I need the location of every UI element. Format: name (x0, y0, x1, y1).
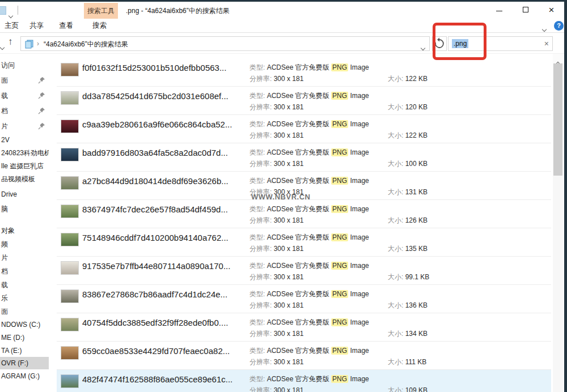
scrollbar-thumb[interactable] (553, 63, 562, 176)
sidebar-item[interactable]: 面 (0, 305, 49, 318)
file-thumbnail (61, 375, 78, 387)
file-row[interactable]: c9aa39eb280616a9f6e066c864cba52... 类型: A… (57, 115, 551, 143)
sidebar-item[interactable]: AGRAM (G:) (0, 370, 49, 382)
sidebar-item[interactable]: 频 (0, 238, 49, 250)
file-thumbnail (61, 290, 78, 302)
search-input[interactable]: .png × (448, 36, 553, 51)
sidebar-item[interactable]: NDOWS (C:) (0, 318, 49, 331)
folder-icon (0, 6, 6, 15)
watermark-text: WWW.NBVR.CN (251, 193, 310, 201)
file-row[interactable]: dd3a785425d41d675bc2d031e608ef... 类型: AC… (57, 87, 551, 115)
minimize-icon (496, 11, 502, 11)
type-suffix: Image (350, 148, 369, 156)
type-label: 类型: (249, 63, 267, 71)
sidebar-item[interactable]: 档 (0, 265, 49, 278)
recent-locations-chevron-icon[interactable] (1, 41, 4, 52)
size-label: 大小: (388, 273, 405, 281)
breadcrumb-chevron-icon: › (37, 40, 39, 48)
ribbon-tab-bar: 主页 共享 查看 搜索 ? (0, 19, 567, 33)
type-value: ACDSee 官方免费版 (267, 63, 331, 71)
window-title: .png - “4a624ai6xb6”中的搜索结果 (126, 6, 230, 16)
size-value: 122 KB (405, 131, 428, 139)
file-thumbnail (61, 205, 78, 218)
size-value: 111 KB (405, 358, 427, 366)
sidebar-item[interactable]: TA (E:) (0, 344, 49, 357)
close-button[interactable]: × (539, 2, 564, 19)
tab-search[interactable]: 搜索 (92, 19, 107, 33)
resolution-value: 300 x 181 (274, 245, 304, 253)
sidebar-item[interactable]: 片 (0, 120, 49, 133)
sidebar-item-label: lle 盗摄巨乳店 (0, 162, 44, 170)
sidebar-item-label: AGRAM (G:) (0, 372, 40, 380)
resolution-value: 300 x 181 (274, 386, 304, 392)
help-icon[interactable]: ? (554, 21, 564, 31)
breadcrumb-path[interactable]: “4a624ai6xb6”中的搜索结果 (44, 40, 128, 49)
explorer-window: 搜索工具 .png - “4a624ai6xb6”中的搜索结果 × 主页 共享 … (0, 0, 567, 392)
file-row[interactable]: 659cc0ae8533e4429fd707feaec0a82... 类型: A… (57, 342, 551, 370)
clear-search-icon[interactable]: × (544, 39, 549, 48)
minimize-button[interactable] (486, 2, 512, 19)
sidebar-item-label: 档 (0, 267, 8, 275)
sidebar-item[interactable]: lle 盗摄巨乳店 (0, 160, 49, 172)
refresh-button[interactable] (432, 36, 447, 51)
size-value: 126 KB (405, 216, 428, 224)
sidebar-item[interactable]: 240823科劲电机 (0, 147, 49, 159)
resolution-value: 300 x 181 (274, 273, 304, 281)
sidebar-item[interactable]: 片 (0, 252, 49, 264)
sidebar-item[interactable]: 2V (0, 134, 49, 146)
sidebar-item[interactable]: 脑 (0, 203, 49, 215)
sidebar-item[interactable]: 品视频模板 (0, 173, 49, 185)
address-dropdown-chevron-icon[interactable] (421, 42, 425, 52)
screen-edge-top (0, 0, 567, 2)
file-thumbnail (61, 318, 78, 331)
sidebar-item-label: 品视频模板 (0, 175, 35, 183)
up-one-level-button[interactable]: ↑ (8, 36, 13, 48)
file-thumbnail (61, 233, 78, 246)
type-label: 类型: (249, 233, 267, 241)
sidebar-item[interactable]: 对象 (0, 224, 49, 237)
file-row[interactable]: badd97916d803a64fa5c8a2dac0d7d... 类型: AC… (57, 143, 551, 172)
size-value: 99.1 KB (405, 273, 430, 281)
sidebar-item[interactable]: 档 (0, 105, 49, 117)
search-input-value[interactable]: .png (452, 39, 468, 48)
type-value: ACDSee 官方免费版 (267, 347, 331, 355)
maximize-button[interactable] (513, 2, 538, 19)
type-label: 类型: (249, 262, 267, 270)
resolution-label: 分辨率: (249, 103, 274, 111)
file-row[interactable]: 40754f5ddc3885edf32f9ff28ede0fb0.... 类型:… (57, 313, 551, 342)
type-label: 类型: (249, 375, 267, 383)
type-suffix: Image (350, 63, 369, 71)
address-bar[interactable]: › “4a624ai6xb6”中的搜索结果 (20, 36, 430, 51)
resolution-value: 300 x 181 (274, 216, 304, 224)
vertical-scrollbar[interactable] (553, 54, 563, 392)
tab-home[interactable]: 主页 (5, 19, 19, 33)
size-label: 大小: (388, 386, 405, 392)
file-row[interactable]: 482f47474f162588f86ae055ce89e61c... 类型: … (57, 370, 551, 392)
expand-ribbon-chevron-icon[interactable] (543, 23, 546, 33)
type-highlight: PNG (331, 290, 348, 298)
sidebar-item[interactable]: 乐 (0, 292, 49, 304)
sidebar-item[interactable]: ME (D:) (0, 331, 49, 344)
toolbar-divider (18, 6, 18, 15)
sidebar-item[interactable]: Drive (0, 188, 49, 201)
sidebar-item-label: 脑 (0, 205, 8, 213)
sidebar-item[interactable]: 访问 (0, 59, 49, 71)
sidebar-item[interactable]: 面 (0, 74, 49, 87)
sidebar-item-label: NDOWS (C:) (0, 321, 40, 329)
file-row[interactable]: 83674974fc7dec26e57f8ad54df459d... 类型: A… (57, 200, 551, 228)
tab-share[interactable]: 共享 (29, 19, 44, 33)
search-tools-contextual-tab[interactable]: 搜索工具 (84, 3, 118, 19)
scroll-up-icon[interactable] (553, 54, 563, 63)
sidebar-item[interactable]: OVR (F:) (0, 357, 49, 369)
sidebar-item[interactable]: 载 (0, 279, 49, 291)
file-row[interactable]: 75148946cddf7d410200b94140a762... 类型: AC… (57, 228, 551, 257)
maximize-icon (523, 7, 528, 12)
file-row[interactable]: 917535e7b7ffb44e807114a0890a170... 类型: A… (57, 257, 551, 285)
file-name: dd3a785425d41d675bc2d031e608ef... (82, 91, 229, 101)
tab-view[interactable]: 查看 (59, 19, 73, 33)
file-row[interactable]: f0f01632f15d253001b510defbb0563... 类型: A… (57, 58, 551, 87)
file-row[interactable]: 83867e27868c7b86aadf7c4d1dc24e... 类型: AC… (57, 285, 551, 313)
sidebar-item[interactable]: 载 (0, 90, 49, 102)
type-label: 类型: (249, 120, 267, 128)
file-name: 83674974fc7dec26e57f8ad54df459d... (82, 204, 228, 214)
